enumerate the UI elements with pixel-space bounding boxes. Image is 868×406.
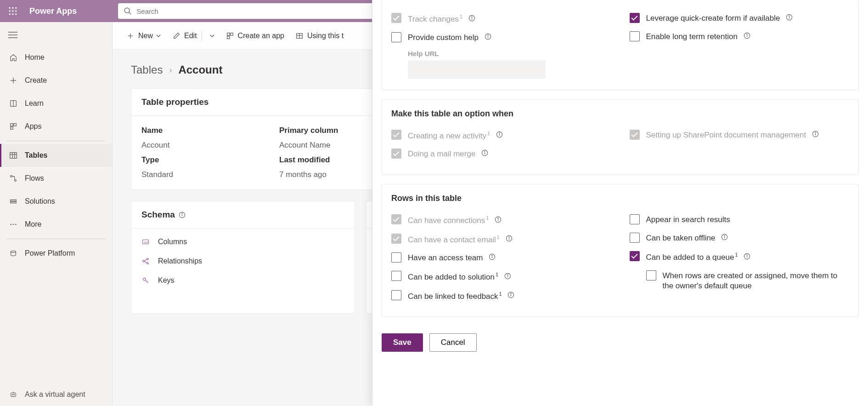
svg-point-51 xyxy=(147,263,149,264)
checkbox[interactable] xyxy=(391,252,401,263)
cmd-label: Using this t xyxy=(307,32,344,40)
nav-home[interactable]: Home xyxy=(0,46,112,69)
cmd-using-table[interactable]: Using this t xyxy=(295,32,344,40)
search-box[interactable] xyxy=(118,3,394,19)
nav-label: Apps xyxy=(25,122,41,131)
checkbox xyxy=(391,13,401,23)
properties-panel: Track changes1 Provide custom help Help … xyxy=(372,0,868,406)
panel-section-option-when: Make this table an option when Creating … xyxy=(382,99,859,175)
opt-added-to-solution[interactable]: Can be added to solution1 xyxy=(391,267,611,286)
svg-point-102 xyxy=(511,294,511,294)
info-icon[interactable] xyxy=(496,131,503,138)
svg-point-93 xyxy=(509,237,509,237)
app-title: Power Apps xyxy=(29,6,77,16)
info-icon[interactable] xyxy=(744,253,750,260)
nav-label: Flows xyxy=(25,174,44,183)
opt-leverage-quick-create[interactable]: Leverage quick-create form if available xyxy=(630,9,850,28)
cmd-edit[interactable]: Edit xyxy=(172,31,215,41)
checkbox[interactable] xyxy=(630,233,640,243)
nav-flows[interactable]: Flows xyxy=(0,167,112,190)
checkbox[interactable] xyxy=(646,270,656,280)
checkbox[interactable] xyxy=(391,271,401,281)
save-button[interactable]: Save xyxy=(382,333,423,352)
svg-point-72 xyxy=(488,35,488,35)
checkbox[interactable] xyxy=(630,31,640,41)
app-icon xyxy=(226,32,234,40)
nav-divider xyxy=(6,239,106,239)
table-icon xyxy=(8,151,18,160)
schema-columns[interactable]: Abc Columns xyxy=(131,232,355,252)
opt-long-term-retention[interactable]: Enable long term retention xyxy=(630,28,850,46)
checkbox[interactable] xyxy=(391,32,401,42)
nav-apps[interactable]: Apps xyxy=(0,115,112,138)
info-icon[interactable] xyxy=(812,131,819,137)
info-icon[interactable] xyxy=(485,33,491,40)
schema-keys[interactable]: Keys xyxy=(131,271,355,290)
card-title: Schema xyxy=(131,201,355,229)
nav-power-platform[interactable]: Power Platform xyxy=(0,242,112,265)
info-icon[interactable] xyxy=(179,212,186,218)
svg-rect-32 xyxy=(11,393,16,396)
panel-footer: Save Cancel xyxy=(382,326,859,363)
info-icon[interactable] xyxy=(495,216,502,223)
schema-item-label: Relationships xyxy=(158,257,202,265)
checkbox[interactable] xyxy=(630,214,640,224)
opt-label-text: Enable long term retention xyxy=(646,32,738,41)
cmd-label: Edit xyxy=(184,32,197,40)
info-icon[interactable] xyxy=(506,235,513,242)
checkbox xyxy=(391,130,401,140)
more-icon xyxy=(8,220,18,229)
info-icon[interactable] xyxy=(468,15,475,22)
nav-learn[interactable]: Learn xyxy=(0,92,112,115)
breadcrumb-root[interactable]: Tables xyxy=(131,63,163,76)
opt-connections: Can have connections1 xyxy=(391,211,611,230)
svg-point-108 xyxy=(747,255,747,255)
nav-tables[interactable]: Tables xyxy=(0,144,112,167)
help-url-input[interactable] xyxy=(408,60,546,79)
svg-point-33 xyxy=(12,394,13,395)
cmd-create-app[interactable]: Create an app xyxy=(226,32,284,40)
checkbox[interactable] xyxy=(630,251,640,261)
nav-virtual-agent[interactable]: Ask a virtual agent xyxy=(0,383,112,406)
checkbox[interactable] xyxy=(630,13,640,23)
svg-point-90 xyxy=(498,218,498,218)
nav-label: Home xyxy=(25,53,45,62)
edit-icon xyxy=(172,32,180,40)
info-icon[interactable] xyxy=(507,292,514,298)
svg-point-6 xyxy=(9,13,11,15)
left-nav: Home Create Learn Apps Tables Flows Solu… xyxy=(0,22,113,406)
svg-point-96 xyxy=(492,255,492,256)
schema-title-text: Schema xyxy=(141,210,175,220)
nav-more[interactable]: More xyxy=(0,213,112,236)
chevron-down-icon xyxy=(156,33,161,39)
info-icon[interactable] xyxy=(489,253,496,260)
info-icon[interactable] xyxy=(744,32,750,39)
search-input[interactable] xyxy=(136,7,388,15)
info-icon[interactable] xyxy=(504,273,511,280)
chevron-down-icon[interactable] xyxy=(209,33,215,39)
svg-line-56 xyxy=(147,281,148,282)
nav-collapse-toggle[interactable] xyxy=(0,24,112,46)
nav-create[interactable]: Create xyxy=(0,69,112,92)
opt-mail-merge: Doing a mail merge xyxy=(391,145,611,163)
info-icon[interactable] xyxy=(721,234,728,240)
opt-taken-offline[interactable]: Can be taken offline xyxy=(630,229,850,247)
opt-search-results[interactable]: Appear in search results xyxy=(630,211,850,229)
opt-access-team[interactable]: Have an access team xyxy=(391,249,611,267)
checkbox[interactable] xyxy=(391,290,401,300)
info-icon[interactable] xyxy=(786,14,793,21)
opt-queue-auto-move[interactable]: When rows are created or assigned, move … xyxy=(646,267,850,296)
section-title: Make this table an option when xyxy=(391,109,849,119)
opt-linked-feedback[interactable]: Can be linked to feedback1 xyxy=(391,286,611,306)
svg-point-7 xyxy=(12,13,13,15)
opt-added-to-queue[interactable]: Can be added to a queue1 xyxy=(630,247,850,267)
schema-relationships[interactable]: Relationships xyxy=(131,252,355,271)
cancel-button[interactable]: Cancel xyxy=(429,333,477,352)
help-url-label: Help URL xyxy=(408,50,611,57)
opt-provide-help[interactable]: Provide custom help xyxy=(391,29,611,47)
prop-name-label: Name xyxy=(141,124,279,137)
cmd-new[interactable]: New xyxy=(126,32,161,40)
nav-solutions[interactable]: Solutions xyxy=(0,190,112,213)
info-icon[interactable] xyxy=(481,149,488,156)
app-launcher-icon[interactable] xyxy=(6,4,20,18)
